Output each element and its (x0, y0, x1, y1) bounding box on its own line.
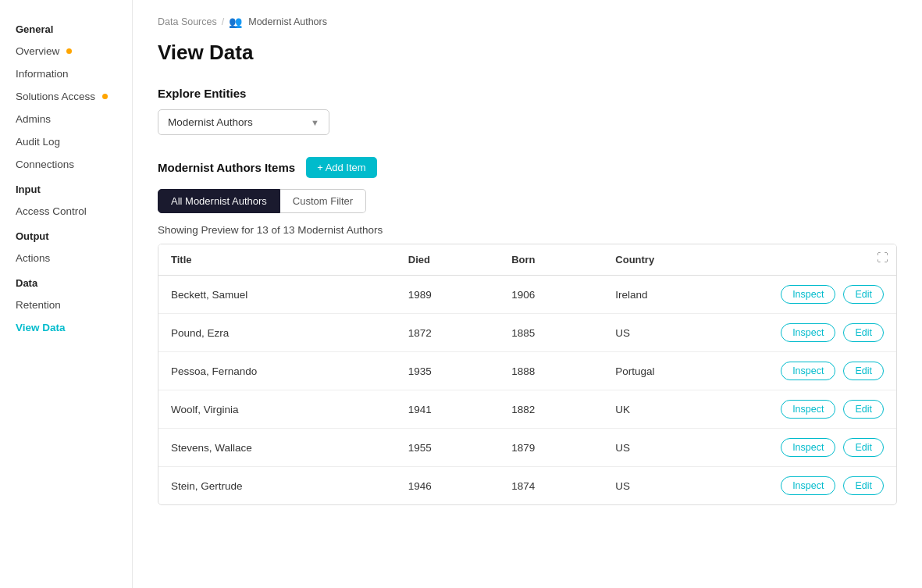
sidebar-item-admins[interactable]: Admins (0, 108, 132, 130)
sidebar-item-connections[interactable]: Connections (0, 153, 132, 176)
table-row: Pound, Ezra18721885USInspectEdit (158, 314, 896, 352)
sidebar-item-overview[interactable]: Overview (0, 40, 132, 62)
cell-born: 1885 (499, 314, 603, 352)
cell-title: Beckett, Samuel (158, 276, 396, 314)
inspect-button[interactable]: Inspect (781, 476, 835, 495)
filter-tab-custom[interactable]: Custom Filter (280, 189, 366, 213)
cell-country: UK (603, 390, 740, 429)
cell-born: 1874 (499, 467, 603, 505)
sidebar-item-label: Access Control (16, 205, 87, 217)
sidebar: GeneralOverviewInformationSolutions Acce… (0, 0, 133, 588)
table-scroll[interactable]: TitleDiedBornCountry Beckett, Samuel1989… (158, 244, 896, 504)
cell-country: Portugal (603, 352, 740, 390)
sidebar-item-label: Overview (16, 45, 59, 57)
inspect-button[interactable]: Inspect (781, 362, 835, 380)
sidebar-item-label: Admins (16, 113, 51, 125)
breadcrumb-sep: / (222, 16, 224, 27)
sidebar-item-information[interactable]: Information (0, 62, 132, 85)
sidebar-item-access-control[interactable]: Access Control (0, 200, 132, 223)
breadcrumb-parent[interactable]: Data Sources (158, 16, 217, 27)
edit-button[interactable]: Edit (843, 438, 884, 457)
cell-title: Pound, Ezra (158, 314, 396, 352)
cell-born: 1888 (499, 352, 603, 390)
column-header-country: Country (603, 244, 740, 276)
sidebar-section-output: Output (0, 223, 132, 247)
cell-born: 1882 (499, 390, 603, 429)
breadcrumb: Data Sources / 👥 Modernist Authors (158, 16, 897, 28)
inspect-button[interactable]: Inspect (781, 438, 835, 457)
breadcrumb-current: Modernist Authors (248, 16, 327, 27)
sidebar-item-solutions-access[interactable]: Solutions Access (0, 85, 132, 108)
inspect-button[interactable]: Inspect (781, 400, 835, 419)
table-row: Woolf, Virginia19411882UKInspectEdit (158, 390, 896, 429)
explore-label: Explore Entities (158, 87, 897, 100)
edit-button[interactable]: Edit (843, 323, 884, 342)
edit-button[interactable]: Edit (843, 362, 884, 380)
cell-died: 1872 (396, 314, 499, 352)
cell-born: 1879 (499, 429, 603, 467)
items-title: Modernist Authors Items (158, 161, 295, 174)
sidebar-item-label: Audit Log (16, 136, 60, 148)
column-header-died: Died (396, 244, 499, 276)
sidebar-item-view-data[interactable]: View Data (0, 316, 132, 339)
sidebar-item-actions[interactable]: Actions (0, 247, 132, 269)
sidebar-item-label: Retention (16, 299, 61, 311)
sidebar-item-retention[interactable]: Retention (0, 294, 132, 316)
sidebar-item-audit-log[interactable]: Audit Log (0, 130, 132, 153)
expand-icon[interactable]: ⛶ (877, 251, 888, 264)
cell-died: 1935 (396, 352, 499, 390)
cell-country: Ireland (603, 276, 740, 314)
data-table: TitleDiedBornCountry Beckett, Samuel1989… (158, 244, 896, 504)
column-header-title: Title (158, 244, 396, 276)
preview-label: Showing Preview for 13 of 13 Modernist A… (158, 224, 897, 236)
filter-tab-all[interactable]: All Modernist Authors (158, 189, 280, 213)
cell-died: 1989 (396, 276, 499, 314)
table-row: Stevens, Wallace19551879USInspectEdit (158, 429, 896, 467)
sidebar-section-general: General (0, 16, 132, 40)
edit-button[interactable]: Edit (843, 400, 884, 419)
column-header-born: Born (499, 244, 603, 276)
sidebar-item-label: Information (16, 68, 69, 80)
cell-title: Woolf, Virginia (158, 390, 396, 429)
cell-title: Stein, Gertrude (158, 467, 396, 505)
table-row: Stein, Gertrude19461874USInspectEdit (158, 467, 896, 505)
cell-title: Pessoa, Fernando (158, 352, 396, 390)
sidebar-item-label: Solutions Access (16, 91, 95, 102)
cell-country: US (603, 314, 740, 352)
table-row: Pessoa, Fernando19351888PortugalInspectE… (158, 352, 896, 390)
inspect-button[interactable]: Inspect (781, 285, 835, 304)
entity-dropdown[interactable]: Modernist Authors ▼ (158, 109, 329, 135)
cell-country: US (603, 467, 740, 505)
sidebar-item-label: Actions (16, 252, 50, 264)
items-header: Modernist Authors Items + Add Item (158, 157, 897, 178)
data-table-container: ⛶ TitleDiedBornCountry Beckett, Samuel19… (158, 244, 897, 505)
main-content: Data Sources / 👥 Modernist Authors View … (133, 0, 922, 588)
dropdown-value: Modernist Authors (168, 116, 253, 128)
edit-button[interactable]: Edit (843, 285, 884, 304)
cell-title: Stevens, Wallace (158, 429, 396, 467)
cell-died: 1941 (396, 390, 499, 429)
cell-country: US (603, 429, 740, 467)
chevron-down-icon: ▼ (311, 118, 319, 127)
cell-born: 1906 (499, 276, 603, 314)
filter-tabs: All Modernist AuthorsCustom Filter (158, 189, 897, 213)
edit-button[interactable]: Edit (843, 476, 884, 495)
page-title: View Data (158, 41, 897, 65)
sidebar-section-data: Data (0, 269, 132, 294)
cell-died: 1955 (396, 429, 499, 467)
notification-dot (102, 94, 108, 99)
cell-died: 1946 (396, 467, 499, 505)
sidebar-item-label: View Data (16, 322, 66, 333)
table-row: Beckett, Samuel19891906IrelandInspectEdi… (158, 276, 896, 314)
sidebar-section-input: Input (0, 176, 132, 200)
notification-dot (66, 48, 72, 54)
people-icon: 👥 (229, 16, 242, 28)
add-item-button[interactable]: + Add Item (306, 157, 377, 178)
sidebar-item-label: Connections (16, 159, 74, 170)
inspect-button[interactable]: Inspect (781, 323, 835, 342)
column-header-actions (740, 244, 896, 276)
